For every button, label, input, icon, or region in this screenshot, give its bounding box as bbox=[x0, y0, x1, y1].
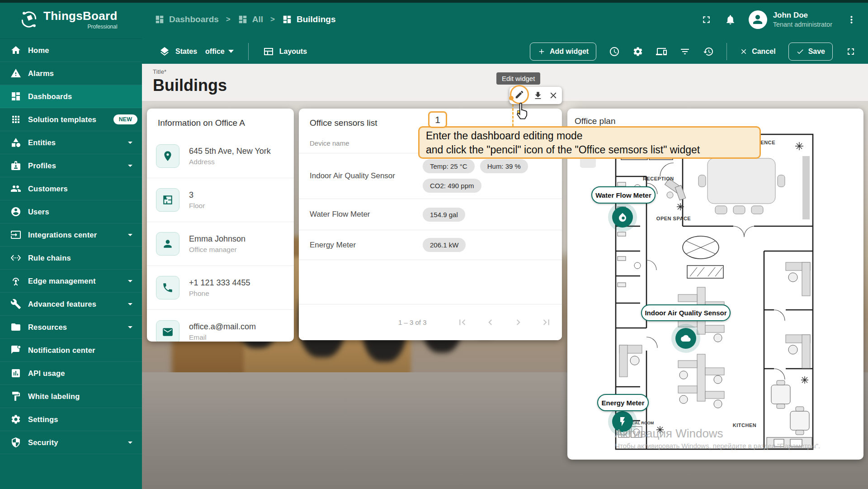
table-row[interactable]: Indoor Air Quality Sensor Temp: 25 °C Hu… bbox=[299, 153, 562, 199]
table-row[interactable]: Water Flow Meter 154.9 gal bbox=[299, 199, 562, 230]
info-label: Email bbox=[189, 332, 256, 342]
time-window-icon[interactable] bbox=[609, 46, 620, 57]
layers-icon bbox=[159, 46, 170, 57]
sidebar-item-white-labeling[interactable]: White labeling bbox=[0, 385, 142, 408]
fullscreen-icon[interactable] bbox=[701, 14, 712, 25]
energy-meter-label[interactable]: Energy Meter bbox=[597, 394, 649, 411]
settings-gear-icon[interactable] bbox=[632, 46, 643, 57]
widget-title: Information on Office A bbox=[147, 109, 294, 134]
last-page-icon[interactable] bbox=[541, 317, 552, 328]
chevron-down-icon bbox=[125, 229, 136, 240]
telemetry-chip: CO2: 490 ppm bbox=[423, 179, 481, 193]
first-page-icon[interactable] bbox=[457, 317, 468, 328]
filter-icon[interactable] bbox=[679, 46, 690, 57]
caret-down-icon bbox=[228, 50, 234, 53]
states-button[interactable]: States bbox=[159, 46, 197, 57]
entity-aliases-icon[interactable] bbox=[656, 46, 667, 57]
notifications-bell-icon[interactable] bbox=[725, 14, 736, 25]
sidebar-item-home[interactable]: Home bbox=[0, 39, 142, 62]
close-widget-icon[interactable] bbox=[548, 90, 558, 100]
breadcrumb-dashboards[interactable]: Dashboards bbox=[155, 14, 219, 24]
rule-chain-icon bbox=[10, 252, 21, 263]
add-widget-button[interactable]: Add widget bbox=[530, 43, 596, 61]
device-name: Energy Meter bbox=[310, 241, 423, 250]
dashboards-icon bbox=[282, 14, 292, 24]
device-name: Indoor Air Quality Sensor bbox=[310, 171, 423, 180]
gear-icon bbox=[10, 414, 21, 425]
sidebar-item-label: Solution templates bbox=[28, 115, 96, 124]
previous-page-icon[interactable] bbox=[485, 317, 496, 328]
indoor-air-quality-label[interactable]: Indoor Air Quality Sensor bbox=[641, 304, 731, 321]
chevron-down-icon bbox=[125, 437, 136, 448]
plus-icon bbox=[538, 47, 546, 56]
breadcrumb-all[interactable]: All bbox=[238, 14, 263, 24]
chevron-down-icon bbox=[125, 322, 136, 332]
sidebar-item-notification-center[interactable]: Notification center bbox=[0, 339, 142, 362]
download-widget-icon[interactable] bbox=[533, 90, 543, 100]
sidebar-item-rule-chains[interactable]: Rule chains bbox=[0, 247, 142, 270]
sidebar-item-users[interactable]: Users bbox=[0, 200, 142, 223]
layouts-label: Layouts bbox=[279, 47, 307, 56]
user-info[interactable]: John Doe Tenant administrator bbox=[773, 10, 832, 28]
sidebar-item-settings[interactable]: Settings bbox=[0, 408, 142, 431]
avatar[interactable] bbox=[749, 10, 767, 29]
chevron-down-icon bbox=[125, 299, 136, 309]
fullscreen-icon[interactable] bbox=[845, 46, 856, 57]
water-drop-icon bbox=[617, 212, 628, 223]
states-label: States bbox=[175, 47, 197, 56]
table-row[interactable]: Energy Meter 206.1 kW bbox=[299, 230, 562, 260]
pagination-bar: 1 – 3 of 3 bbox=[299, 304, 562, 340]
divider bbox=[248, 43, 249, 60]
next-page-icon[interactable] bbox=[513, 317, 524, 328]
info-value: Emma Johnson bbox=[189, 233, 245, 245]
sidebar-item-alarms[interactable]: Alarms bbox=[0, 62, 142, 85]
sidebar: ThingsBoard Professional Home Alarms Das… bbox=[0, 0, 142, 489]
layouts-button[interactable]: Layouts bbox=[263, 46, 307, 57]
widget-office-plan: Office plan bbox=[567, 109, 863, 460]
sidebar-item-entities[interactable]: Entities bbox=[0, 131, 142, 154]
edit-pencil-icon[interactable] bbox=[514, 90, 524, 100]
sidebar-item-customers[interactable]: Customers bbox=[0, 177, 142, 200]
state-value: office bbox=[205, 47, 225, 56]
sidebar-item-api-usage[interactable]: API usage bbox=[0, 362, 142, 385]
chevron-down-icon bbox=[125, 275, 136, 286]
sidebar-item-resources[interactable]: Resources bbox=[0, 316, 142, 339]
air-quality-cloud-icon bbox=[680, 333, 691, 344]
person-circle-icon bbox=[10, 206, 21, 217]
sidebar-item-profiles[interactable]: Profiles bbox=[0, 154, 142, 177]
sidebar-item-label: Rule chains bbox=[28, 254, 71, 262]
telemetry-chip: 206.1 kW bbox=[423, 238, 466, 252]
sidebar-item-security[interactable]: Security bbox=[0, 431, 142, 454]
logo[interactable]: ThingsBoard Professional bbox=[0, 0, 142, 39]
icon-box bbox=[156, 144, 179, 168]
indoor-air-quality-marker[interactable] bbox=[675, 328, 696, 349]
sidebar-item-label: Security bbox=[28, 438, 58, 447]
sidebar-item-edge-management[interactable]: Edge management bbox=[0, 270, 142, 293]
save-button[interactable]: Save bbox=[788, 43, 833, 61]
edit-widget-tooltip: Edit widget bbox=[496, 72, 540, 85]
sidebar-item-dashboards[interactable]: Dashboards bbox=[0, 85, 142, 108]
info-value: office.a@mail.com bbox=[189, 321, 256, 332]
breadcrumb-buildings[interactable]: Buildings bbox=[282, 14, 336, 24]
water-flow-meter-label[interactable]: Water Flow Meter bbox=[591, 186, 656, 204]
info-value: 3 bbox=[189, 189, 205, 201]
paint-roller-icon bbox=[10, 391, 21, 402]
phone-icon bbox=[162, 282, 174, 294]
water-flow-meter-marker[interactable] bbox=[612, 207, 633, 228]
state-select[interactable]: office bbox=[203, 47, 234, 56]
sidebar-item-integrations-center[interactable]: Integrations center bbox=[0, 223, 142, 247]
thingsboard-logo-icon bbox=[19, 9, 39, 29]
version-history-icon[interactable] bbox=[703, 46, 714, 57]
more-vertical-icon[interactable] bbox=[846, 14, 857, 25]
info-label: Address bbox=[189, 157, 271, 167]
info-label: Phone bbox=[189, 289, 250, 299]
cancel-button[interactable]: Cancel bbox=[740, 47, 775, 56]
widget-title: Office plan bbox=[575, 116, 615, 126]
bar-chart-icon bbox=[10, 368, 21, 379]
sidebar-item-solution-templates[interactable]: Solution templates NEW bbox=[0, 108, 142, 131]
info-row-email: office.a@mail.com Email bbox=[147, 310, 294, 342]
telemetry-chip: Hum: 39 % bbox=[480, 159, 528, 173]
person-icon bbox=[751, 13, 764, 26]
sidebar-item-label: Entities bbox=[28, 138, 56, 147]
sidebar-item-advanced-features[interactable]: Advanced features bbox=[0, 293, 142, 316]
